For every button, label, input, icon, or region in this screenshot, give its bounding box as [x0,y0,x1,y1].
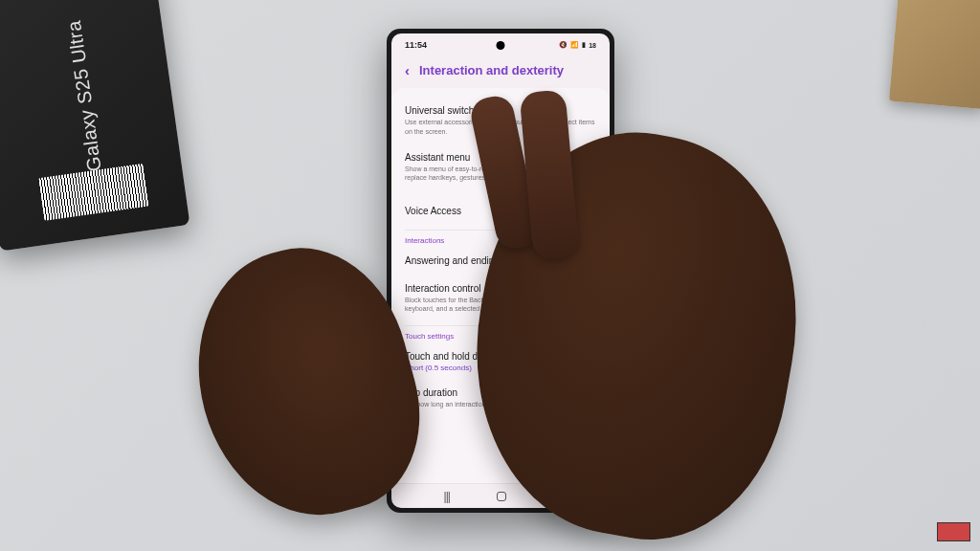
product-box: Galaxy S25 Ultra [0,0,190,252]
recents-button[interactable]: ||| [444,490,450,503]
product-box-label: Galaxy S25 Ultra [63,19,106,173]
status-time: 11:54 [405,40,427,50]
watermark [937,522,970,541]
wifi-icon: 📶 [570,41,579,49]
barcode [38,164,148,221]
page-header: ‹ Interaction and dexterity [391,56,610,88]
back-button[interactable]: ‹ [405,62,410,78]
signal-icon: ▮ [582,41,586,49]
home-button[interactable] [497,492,506,501]
camera-cutout [497,41,505,50]
mute-icon: 🔇 [559,41,568,49]
battery-level: 18 [589,42,596,49]
background-object [889,0,980,109]
status-icons: 🔇 📶 ▮ 18 [559,41,596,49]
page-title: Interaction and dexterity [419,63,564,77]
